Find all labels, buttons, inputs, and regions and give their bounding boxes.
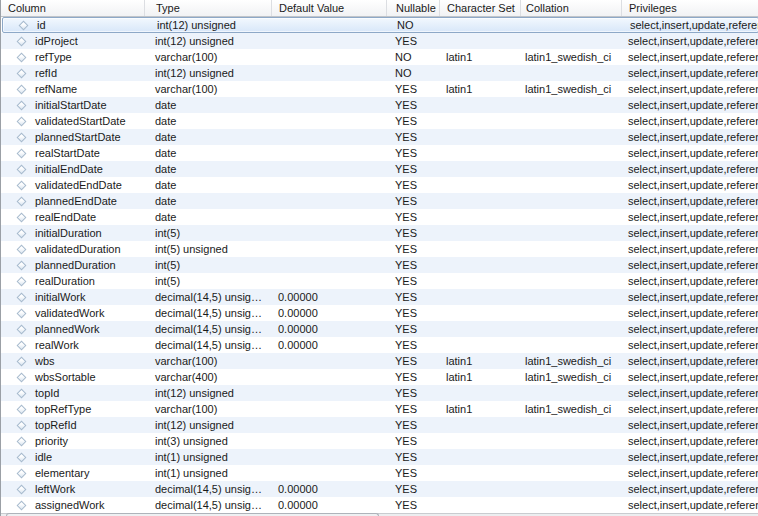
column-header-privileges[interactable]: Privileges	[621, 0, 758, 16]
column-privileges: select,insert,update,references	[621, 34, 758, 49]
table-row[interactable]: realDuration int(5) YES select,insert,up…	[1, 273, 758, 289]
table-row[interactable]: validatedWork decimal(14,5) unsigned 0.0…	[1, 305, 758, 321]
column-name-cell: validatedStartDate	[1, 114, 144, 129]
column-type: date	[144, 194, 271, 209]
column-collation: latin1_swedish_ci	[520, 370, 621, 385]
column-name: elementary	[35, 466, 89, 481]
column-type: int(3) unsigned	[144, 434, 271, 449]
column-diamond-icon	[17, 52, 27, 62]
table-row[interactable]: leftWork decimal(14,5) unsigned 0.00000 …	[1, 481, 758, 497]
table-row[interactable]: realStartDate date YES select,insert,upd…	[1, 145, 758, 161]
table-row[interactable]: validatedDuration int(5) unsigned YES se…	[1, 241, 758, 257]
column-name: wbsSortable	[35, 370, 96, 385]
table-row[interactable]: topRefId int(12) unsigned YES select,ins…	[1, 417, 758, 433]
column-name-cell: topRefType	[1, 402, 144, 417]
column-nullable: YES	[386, 114, 439, 129]
table-row[interactable]: plannedWork decimal(14,5) unsigned 0.000…	[1, 321, 758, 337]
column-name: assignedWork	[35, 498, 105, 513]
table-row[interactable]: initialWork decimal(14,5) unsigned 0.000…	[1, 289, 758, 305]
column-header-charset[interactable]: Character Set	[439, 0, 520, 16]
column-privileges: select,insert,update,references	[621, 274, 758, 289]
table-row[interactable]: plannedEndDate date YES select,insert,up…	[1, 193, 758, 209]
column-name-cell: topId	[1, 386, 144, 401]
table-row[interactable]: id int(12) unsigned NO select,insert,upd…	[2, 17, 758, 33]
column-name-cell: priority	[1, 434, 144, 449]
column-header-collation[interactable]: Collation	[520, 0, 621, 16]
column-nullable: NO	[386, 66, 439, 81]
column-header-type[interactable]: Type	[144, 0, 271, 16]
column-diamond-icon	[17, 340, 27, 350]
column-diamond-icon	[19, 20, 29, 30]
column-privileges: select,insert,update,references	[621, 354, 758, 369]
column-name-cell: realWork	[1, 338, 144, 353]
column-diamond-icon	[17, 308, 27, 318]
column-type: date	[144, 210, 271, 225]
column-nullable: YES	[386, 98, 439, 113]
column-diamond-icon	[17, 148, 27, 158]
column-name-cell: assignedWork	[1, 498, 144, 513]
table-row[interactable]: initialStartDate date YES select,insert,…	[1, 97, 758, 113]
column-privileges: select,insert,update,references	[621, 162, 758, 177]
column-collation: latin1_swedish_ci	[520, 50, 621, 65]
column-privileges: select,insert,update,references	[621, 98, 758, 113]
column-name: validatedStartDate	[35, 114, 126, 129]
column-privileges: select,insert,update,references	[621, 370, 758, 385]
column-diamond-icon	[17, 196, 27, 206]
table-row[interactable]: assignedWork decimal(14,5) unsigned 0.00…	[1, 497, 758, 513]
table-row[interactable]: initialEndDate date YES select,insert,up…	[1, 161, 758, 177]
column-type: date	[144, 114, 271, 129]
column-diamond-icon	[17, 420, 27, 430]
column-nullable: YES	[386, 370, 439, 385]
column-privileges: select,insert,update,references	[621, 66, 758, 81]
column-diamond-icon	[17, 244, 27, 254]
column-name: id	[37, 18, 46, 33]
table-row[interactable]: validatedStartDate date YES select,inser…	[1, 113, 758, 129]
table-row[interactable]: plannedDuration int(5) YES select,insert…	[1, 257, 758, 273]
table-row[interactable]: topId int(12) unsigned YES select,insert…	[1, 385, 758, 401]
table-row[interactable]: wbsSortable varchar(400) YES latin1 lati…	[1, 369, 758, 385]
column-diamond-icon	[17, 260, 27, 270]
column-privileges: select,insert,update,references	[621, 146, 758, 161]
column-type: varchar(400)	[144, 370, 271, 385]
table-row[interactable]: realEndDate date YES select,insert,updat…	[1, 209, 758, 225]
column-name-cell: realDuration	[1, 274, 144, 289]
column-type: int(5)	[144, 258, 271, 273]
column-name: plannedWork	[35, 322, 100, 337]
column-nullable: YES	[386, 402, 439, 417]
column-nullable: YES	[386, 450, 439, 465]
table-row[interactable]: refName varchar(100) YES latin1 latin1_s…	[1, 81, 758, 97]
column-privileges: select,insert,update,references	[621, 130, 758, 145]
table-row[interactable]: idle int(1) unsigned YES select,insert,u…	[1, 449, 758, 465]
column-nullable: YES	[386, 498, 439, 513]
column-privileges: select,insert,update,references	[621, 178, 758, 193]
column-name: plannedDuration	[35, 258, 116, 273]
table-row[interactable]: priority int(3) unsigned YES select,inse…	[1, 433, 758, 449]
column-nullable: YES	[386, 178, 439, 193]
column-name-cell: validatedDuration	[1, 242, 144, 257]
table-row[interactable]: elementary int(1) unsigned YES select,in…	[1, 465, 758, 481]
column-name: validatedWork	[35, 306, 105, 321]
column-diamond-icon	[17, 132, 27, 142]
table-row[interactable]: wbs varchar(100) YES latin1 latin1_swedi…	[1, 353, 758, 369]
table-row[interactable]: initialDuration int(5) YES select,insert…	[1, 225, 758, 241]
column-diamond-icon	[17, 452, 27, 462]
column-header-default[interactable]: Default Value	[271, 0, 386, 16]
table-row[interactable]: plannedStartDate date YES select,insert,…	[1, 129, 758, 145]
column-nullable: YES	[386, 242, 439, 257]
column-name-cell: initialStartDate	[1, 98, 144, 113]
column-header-nullable[interactable]: Nullable	[386, 0, 439, 16]
table-row[interactable]: realWork decimal(14,5) unsigned 0.00000 …	[1, 337, 758, 353]
table-row[interactable]: refId int(12) unsigned NO select,insert,…	[1, 65, 758, 81]
column-name: initialWork	[35, 290, 86, 305]
column-diamond-icon	[17, 388, 27, 398]
column-privileges: select,insert,update,references	[621, 306, 758, 321]
table-row[interactable]: idProject int(12) unsigned YES select,in…	[1, 33, 758, 49]
table-row[interactable]: refType varchar(100) NO latin1 latin1_sw…	[1, 49, 758, 65]
table-row[interactable]: topRefType varchar(100) YES latin1 latin…	[1, 401, 758, 417]
column-nullable: YES	[386, 130, 439, 145]
column-header-column[interactable]: Column	[1, 0, 144, 16]
table-row[interactable]: validatedEndDate date YES select,insert,…	[1, 177, 758, 193]
column-diamond-icon	[17, 228, 27, 238]
column-type: date	[144, 162, 271, 177]
column-name: topId	[35, 386, 59, 401]
